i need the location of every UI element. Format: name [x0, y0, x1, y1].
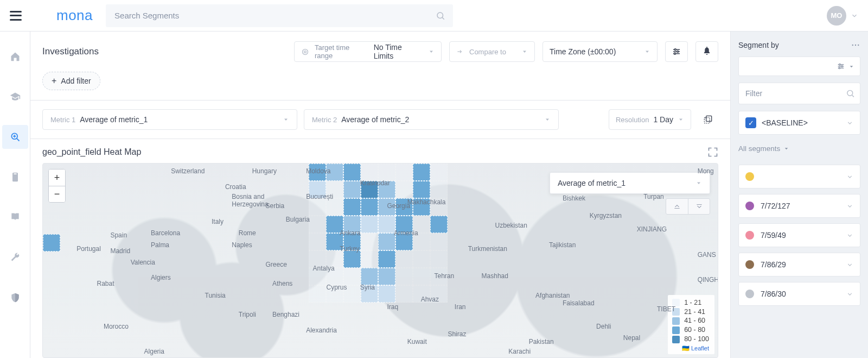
book-nav[interactable] [2, 205, 28, 229]
segment-label: 7/86/29 [761, 260, 786, 269]
chevron-down-icon [846, 203, 853, 210]
map-legend: 1 - 2121 - 4141 - 6060 - 8080 - 100🇺🇦 Le… [668, 295, 714, 354]
time-range-label: Target time range [315, 43, 368, 60]
heatmap-cell [326, 268, 343, 285]
all-segments-label: All segments [738, 145, 780, 153]
svg-point-17 [674, 49, 676, 51]
heatmap-cell [395, 285, 413, 303]
segment-config-button[interactable] [738, 56, 860, 76]
resolution-picker[interactable]: Resolution 1 Day [609, 109, 691, 130]
segment-item[interactable]: 7/59/49 [738, 223, 860, 247]
svg-point-9 [303, 49, 308, 54]
time-range-value: No Time Limits [374, 43, 423, 60]
compare-picker[interactable]: Compare to [449, 41, 535, 62]
settings-button[interactable] [665, 41, 688, 62]
svg-point-28 [852, 45, 853, 46]
svg-point-10 [304, 51, 307, 53]
user-menu-chevron-icon[interactable] [851, 12, 858, 20]
time-range-picker[interactable]: Target time range No Time Limits [294, 41, 442, 62]
timezone-picker[interactable]: Time Zone (±00:00) [542, 41, 658, 62]
expand-map-button[interactable] [707, 147, 718, 158]
map-metric-value: Average of metric_1 [558, 179, 626, 187]
heatmap-cell [343, 285, 361, 303]
heatmap-cell [361, 164, 378, 181]
heatmap-cell [395, 164, 413, 181]
legend-row: 60 - 80 [672, 325, 709, 335]
zoom-in-button[interactable]: + [49, 169, 65, 186]
segment-item[interactable]: 7/86/29 [738, 253, 860, 277]
search-icon [846, 89, 855, 98]
heatmap-cell [43, 234, 60, 252]
metric-1-picker[interactable]: Metric 1 Average of metric_1 [42, 109, 297, 130]
legend-label: 80 - 100 [684, 335, 709, 344]
map-metric-select[interactable]: Average of metric_1 [550, 172, 710, 194]
all-segments-toggle[interactable]: All segments [738, 145, 860, 153]
alert-button[interactable] [695, 41, 718, 62]
home-nav[interactable] [2, 45, 28, 68]
legend-swatch [672, 299, 680, 306]
segment-item[interactable]: 7/86/30 [738, 282, 860, 306]
heatmap-cell [309, 233, 326, 250]
heatmap-cell [326, 216, 343, 233]
add-filter-button[interactable]: + Add filter [42, 72, 100, 90]
svg-line-39 [852, 95, 854, 97]
svg-point-0 [437, 12, 443, 18]
education-icon [10, 91, 21, 102]
heatmap-cell [343, 233, 361, 250]
legend-swatch [672, 336, 680, 343]
book-icon [10, 212, 21, 223]
segment-baseline-label: <BASELINE> [762, 118, 808, 127]
heatmap-cell [378, 216, 395, 233]
heatmap-cell [309, 285, 326, 303]
search-input[interactable] [106, 4, 453, 27]
svg-marker-12 [523, 51, 526, 53]
heatmap-cell [413, 181, 430, 198]
zoom-out-button[interactable]: − [49, 186, 65, 202]
heatmap-cell [343, 216, 361, 233]
heatmap-cell [378, 181, 395, 198]
heatmap-cell [309, 198, 326, 216]
svg-rect-24 [704, 118, 710, 123]
svg-marker-21 [546, 119, 549, 121]
search-icon [436, 11, 445, 21]
map-viewport[interactable]: + − Average of metric_1 1 - 2121 - 4141 … [42, 163, 718, 358]
shield-nav[interactable] [2, 286, 28, 310]
hamburger-menu[interactable] [10, 11, 22, 21]
heatmap-cell [430, 181, 448, 198]
segment-color-dot [745, 172, 754, 181]
heatmap-cell [413, 250, 430, 268]
clipboard-nav[interactable] [2, 165, 28, 189]
checkbox-checked-icon: ✓ [745, 117, 756, 128]
heatmap-cell [309, 164, 326, 181]
shield-icon [10, 292, 21, 303]
heatmap-cell [326, 285, 343, 303]
heatmap-cell [413, 198, 430, 216]
heatmap-cell [326, 250, 343, 268]
metric-2-picker[interactable]: Metric 2 Average of metric_2 [304, 109, 559, 130]
svg-rect-23 [706, 116, 712, 121]
zoom-nav[interactable] [2, 125, 28, 149]
heatmap-cell [361, 285, 378, 303]
svg-line-1 [442, 17, 444, 19]
wrench-nav[interactable] [2, 246, 28, 269]
svg-point-34 [839, 64, 841, 65]
segment-more-icon[interactable] [851, 40, 860, 50]
heatmap-cell [309, 181, 326, 198]
segment-filter-input[interactable] [738, 83, 860, 104]
map-tool-expand[interactable] [688, 199, 710, 214]
copy-chart-button[interactable] [698, 109, 718, 130]
metric-2-value: Average of metric_2 [341, 115, 409, 124]
segment-baseline[interactable]: ✓ <BASELINE> [738, 111, 860, 135]
legend-row: 21 - 41 [672, 307, 709, 317]
segment-color-dot [745, 260, 754, 269]
education-nav[interactable] [2, 85, 28, 109]
legend-row: 41 - 60 [672, 316, 709, 325]
zoom-icon [10, 131, 21, 142]
map-tool-collapse[interactable] [666, 199, 688, 214]
avatar[interactable]: MO [827, 6, 846, 26]
heatmap-cell [413, 233, 430, 250]
svg-rect-6 [14, 176, 16, 177]
segment-item[interactable] [738, 165, 860, 189]
resolution-label: Resolution [616, 116, 649, 124]
segment-item[interactable]: 7/72/127 [738, 194, 860, 218]
